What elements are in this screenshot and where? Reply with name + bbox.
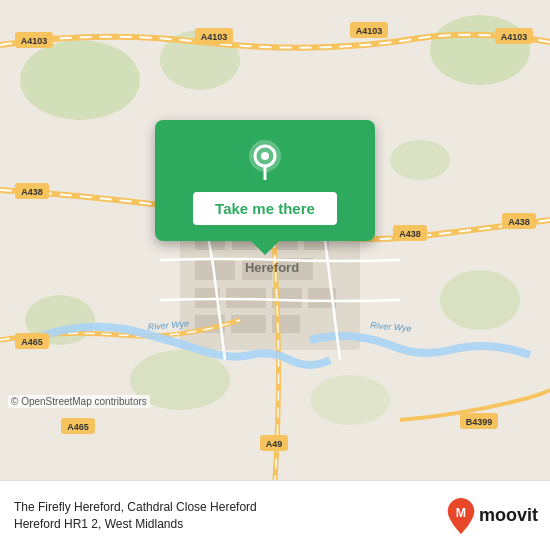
svg-point-51 [261,152,269,160]
bottom-bar: The Firefly Hereford, Cathdral Close Her… [0,480,550,550]
svg-text:A49: A49 [266,439,283,449]
svg-text:A465: A465 [21,337,43,347]
moovit-logo: M moovit [447,498,538,534]
location-info: The Firefly Hereford, Cathdral Close Her… [14,499,437,533]
svg-text:Hereford: Hereford [245,260,299,275]
svg-point-3 [430,15,530,85]
svg-point-6 [440,270,520,330]
svg-text:A438: A438 [399,229,421,239]
svg-text:A4103: A4103 [21,36,48,46]
svg-point-8 [310,375,390,425]
location-pin-icon [243,138,287,182]
location-detail: Hereford HR1 2, West Midlands [14,517,183,531]
svg-text:A438: A438 [21,187,43,197]
svg-rect-22 [231,315,266,333]
svg-text:A4103: A4103 [501,32,528,42]
moovit-brand-text: moovit [479,505,538,526]
osm-credit: © OpenStreetMap contributors [8,395,150,408]
svg-text:A465: A465 [67,422,89,432]
take-me-there-button[interactable]: Take me there [193,192,337,225]
location-name: The Firefly Hereford, Cathdral Close Her… [14,500,257,514]
map-container: A4103 A4103 A4103 A4103 A438 A438 A438 A… [0,0,550,480]
popup-card: Take me there [155,120,375,241]
moovit-pin-icon: M [447,498,475,534]
svg-text:M: M [456,505,466,519]
svg-point-4 [390,140,450,180]
svg-text:A4103: A4103 [201,32,228,42]
svg-text:A4103: A4103 [356,26,383,36]
svg-text:B4399: B4399 [466,417,493,427]
svg-text:A438: A438 [508,217,530,227]
svg-point-1 [20,40,140,120]
